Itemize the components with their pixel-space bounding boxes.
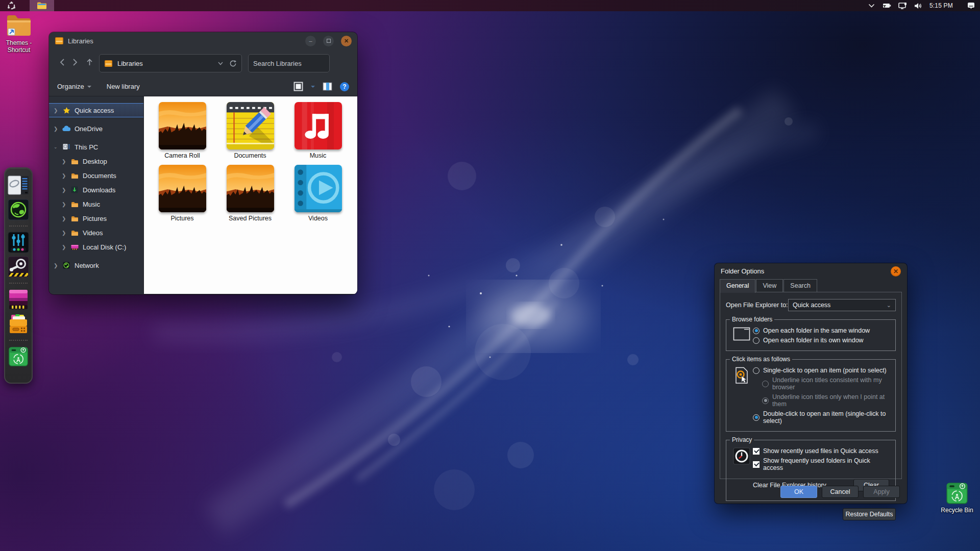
library-tile-label: Videos: [308, 215, 328, 222]
dock-item-local-disk[interactable]: [7, 288, 30, 311]
explorer-file-list: Camera Roll Documents Music: [144, 96, 357, 294]
chevron-right-icon[interactable]: ❯: [62, 159, 70, 164]
dock-item-file-cabinet[interactable]: [7, 313, 30, 335]
search-box[interactable]: [248, 54, 330, 72]
chevron-down-icon[interactable]: [868, 4, 875, 8]
checkbox-recent-files[interactable]: Show recently used files in Quick access: [753, 447, 891, 455]
dock-item-recycle-bin[interactable]: [7, 345, 30, 368]
chevron-down-icon[interactable]: ⌄: [54, 144, 62, 149]
desktop-icon-themes-shortcut[interactable]: Themes - Shortcut: [0, 13, 41, 54]
tab-view[interactable]: View: [756, 279, 783, 292]
library-tile-camera-roll[interactable]: Camera Roll: [154, 102, 211, 159]
ok-button[interactable]: OK: [780, 486, 817, 498]
details-pane-icon[interactable]: [323, 82, 332, 91]
sidebar-item-this-pc[interactable]: ⌄ This PC: [49, 140, 143, 154]
library-tile-videos[interactable]: Videos: [289, 165, 347, 222]
refresh-icon[interactable]: [229, 60, 237, 67]
sidebar-item-documents[interactable]: ❯ Documents: [49, 168, 143, 183]
restore-defaults-button[interactable]: Restore Defaults: [843, 508, 896, 520]
new-library-button[interactable]: New library: [107, 83, 140, 90]
sidebar-item-local-disk[interactable]: ❯ Local Disk (C:): [49, 240, 143, 254]
skyline-library-icon: [159, 165, 206, 212]
file-explorer-window: Libraries – ✕ Libraries: [49, 32, 357, 294]
action-center-icon[interactable]: [967, 2, 975, 9]
volume-icon[interactable]: [914, 3, 922, 9]
checkbox-frequent-folders[interactable]: Show frequently used folders in Quick ac…: [753, 457, 891, 471]
apply-button[interactable]: Apply: [863, 486, 900, 498]
address-text: Libraries: [117, 60, 218, 67]
library-tile-pictures[interactable]: Pictures: [154, 165, 211, 222]
open-to-dropdown[interactable]: Quick access ⌄: [788, 299, 896, 311]
chevron-right-icon[interactable]: ❯: [62, 173, 70, 179]
dock-item-steam[interactable]: [7, 256, 30, 278]
libraries-icon: [55, 36, 64, 45]
start-button[interactable]: [7, 1, 16, 10]
window-outline-icon: [730, 326, 753, 346]
radio-label: Underline icon titles consistent with my…: [772, 377, 891, 391]
taskbar-file-explorer-button[interactable]: [30, 0, 54, 11]
chevron-right-icon[interactable]: ❯: [62, 230, 70, 236]
close-button[interactable]: ✕: [341, 36, 352, 46]
radio-double-click[interactable]: Double-click to open an item (single-cli…: [753, 410, 891, 424]
address-dropdown-icon[interactable]: [218, 62, 223, 65]
address-bar[interactable]: Libraries: [99, 54, 242, 72]
sidebar-item-pictures[interactable]: ❯ Pictures: [49, 211, 143, 226]
folder-options-dialog: Folder Options ✕ General View Search Ope…: [715, 263, 907, 504]
large-icons-view-icon[interactable]: [293, 82, 303, 91]
dock-item-my-computer[interactable]: [7, 174, 30, 196]
explorer-titlebar[interactable]: Libraries – ✕: [49, 32, 357, 49]
radio-icon: [753, 367, 760, 374]
dock-item-network-globe[interactable]: [7, 198, 30, 221]
battery-icon[interactable]: [882, 3, 891, 9]
chevron-right-icon[interactable]: ❯: [62, 244, 70, 250]
radio-own-window[interactable]: Open each folder in its own window: [753, 337, 891, 344]
sidebar-item-music[interactable]: ❯ Music: [49, 197, 143, 211]
dialog-titlebar[interactable]: Folder Options ✕: [715, 263, 907, 279]
chevron-right-icon[interactable]: ❯: [54, 263, 62, 268]
search-input[interactable]: [253, 60, 343, 67]
explorer-commandbar: Organize New library ?: [49, 77, 357, 96]
sidebar-item-onedrive[interactable]: ❯ OneDrive: [49, 121, 143, 136]
dialog-tabs: General View Search: [715, 279, 907, 292]
library-tile-saved-pictures[interactable]: Saved Pictures: [222, 165, 279, 222]
new-library-label: New library: [107, 83, 140, 90]
tab-search[interactable]: Search: [783, 279, 817, 292]
dock-item-audio-mixer[interactable]: [7, 231, 30, 254]
library-tile-documents[interactable]: Documents: [222, 102, 279, 159]
checkbox-icon: [753, 448, 760, 455]
chevron-right-icon[interactable]: ❯: [54, 108, 62, 113]
radio-icon: [753, 337, 760, 344]
tab-general[interactable]: General: [720, 279, 755, 293]
maximize-button[interactable]: [323, 36, 334, 46]
sidebar-item-label: OneDrive: [75, 125, 103, 133]
chevron-right-icon[interactable]: ❯: [62, 187, 70, 193]
open-to-label: Open File Explorer to:: [726, 302, 788, 309]
up-button[interactable]: [82, 59, 97, 68]
sidebar-item-downloads[interactable]: ❯ Downloads: [49, 183, 143, 197]
star-icon: [62, 107, 71, 114]
sidebar-item-desktop[interactable]: ❯ Desktop: [49, 154, 143, 168]
radio-same-window[interactable]: Open each folder in the same window: [753, 327, 891, 334]
sidebar-item-videos[interactable]: ❯ Videos: [49, 226, 143, 240]
chevron-right-icon[interactable]: ❯: [62, 216, 70, 221]
minimize-button[interactable]: –: [305, 36, 316, 46]
display-icon[interactable]: [898, 3, 907, 9]
chevron-right-icon[interactable]: ❯: [54, 126, 62, 132]
clock[interactable]: 5:15 PM: [929, 2, 953, 9]
help-button[interactable]: ?: [340, 82, 349, 91]
radio-single-click[interactable]: Single-click to open an item (point to s…: [753, 367, 891, 374]
forward-button[interactable]: [68, 59, 82, 68]
chevron-right-icon[interactable]: ❯: [62, 202, 70, 207]
sidebar-item-label: Quick access: [75, 107, 114, 114]
cancel-button[interactable]: Cancel: [822, 486, 859, 498]
desktop-icon-recycle-bin[interactable]: Recycle Bin: [935, 482, 979, 514]
back-button[interactable]: [55, 59, 68, 68]
close-icon[interactable]: ✕: [891, 266, 901, 277]
video-library-icon: [295, 165, 342, 212]
organize-menu[interactable]: Organize: [57, 83, 91, 90]
chevron-down-icon: [87, 86, 91, 88]
sidebar-item-network[interactable]: ❯ Network: [49, 258, 143, 272]
sidebar-item-quick-access[interactable]: ❯ Quick access: [49, 103, 143, 117]
chevron-down-icon[interactable]: [311, 86, 315, 88]
library-tile-music[interactable]: Music: [289, 102, 347, 159]
